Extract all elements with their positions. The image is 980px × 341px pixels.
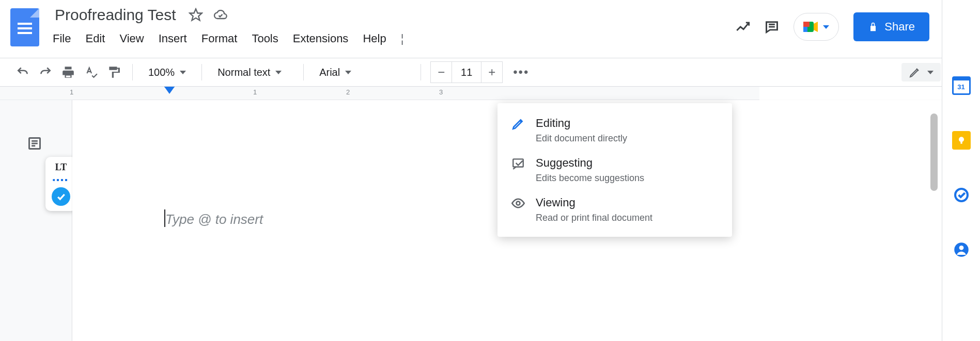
print-button[interactable] [59,63,77,82]
menu-extensions[interactable]: Extensions [293,32,349,45]
lt-logo-icon: LT [55,162,67,173]
side-panel: 31 [942,0,980,341]
share-label: Share [884,20,915,34]
tasks-icon[interactable] [952,186,971,204]
star-icon[interactable] [189,8,203,22]
toolbar-separator [303,64,304,80]
mode-option-viewing[interactable]: Viewing Read or print final document [497,190,732,230]
horizontal-ruler[interactable]: 1 1 2 3 [0,87,759,100]
caret-down-icon [345,71,351,74]
toolbar-separator [132,64,133,80]
editing-mode-menu: Editing Edit document directly Suggestin… [497,103,732,237]
svg-rect-14 [960,142,962,144]
calendar-icon[interactable]: 31 [952,76,971,95]
contacts-icon[interactable] [952,240,971,259]
svg-point-17 [959,246,963,250]
wave-icon [53,179,69,181]
menu-insert[interactable]: Insert [159,32,187,45]
cloud-saved-icon[interactable] [213,8,228,22]
mode-viewing-label: Viewing [536,196,652,209]
menu-file[interactable]: File [53,32,71,45]
keep-icon[interactable] [952,131,971,150]
workspace: LT Type @ to insert [0,100,980,341]
pencil-icon [511,117,525,131]
header-actions: Share A [736,12,970,41]
indent-marker-icon[interactable] [164,87,175,94]
check-circle-icon [52,187,70,206]
menu-overflow-icon[interactable]: ¦ [401,32,404,45]
font-size-control: − 11 + [430,61,503,83]
ruler-mark: 1 [253,88,257,96]
menu-bar: File Edit View Insert Format Tools Exten… [53,32,736,45]
font-family-select[interactable]: Arial [313,63,411,82]
mode-option-suggesting[interactable]: Suggesting Edits become suggestions [497,150,732,190]
insert-placeholder: Type @ to insert [165,212,263,228]
ruler-mark: 3 [439,88,443,96]
caret-down-icon [180,71,186,74]
comment-history-icon[interactable] [765,20,779,34]
redo-button[interactable] [36,63,55,82]
mode-editing-label: Editing [536,117,627,130]
font-size-increase[interactable]: + [481,62,502,83]
svg-rect-5 [803,27,807,32]
toolbar-separator [201,64,202,80]
activity-icon[interactable] [736,20,750,34]
caret-down-icon [823,25,829,29]
outline-toggle-icon[interactable] [26,136,44,152]
svg-marker-0 [190,9,201,20]
paint-format-button[interactable] [104,63,123,82]
title-block: Proofreading Test File Edit View Insert … [53,5,736,45]
style-value: Normal text [217,67,270,78]
share-button[interactable]: Share [853,12,929,41]
vertical-scrollbar[interactable] [930,113,938,191]
zoom-value: 100% [148,67,175,78]
font-size-decrease[interactable]: − [431,62,452,83]
editing-mode-button[interactable] [901,63,941,82]
caret-down-icon [275,71,282,74]
toolbar-more-button[interactable]: ••• [507,65,535,79]
suggest-icon [511,156,525,171]
font-size-value[interactable]: 11 [452,62,481,83]
menu-view[interactable]: View [119,32,144,45]
menu-help[interactable]: Help [363,32,386,45]
mode-editing-desc: Edit document directly [536,133,627,144]
menu-format[interactable]: Format [201,32,238,45]
toolbar-separator [421,64,421,80]
svg-point-13 [959,137,964,142]
meet-button[interactable] [794,13,839,41]
left-gutter: LT [0,100,72,341]
mode-suggesting-desc: Edits become suggestions [536,173,644,184]
menu-tools[interactable]: Tools [252,32,278,45]
mode-option-editing[interactable]: Editing Edit document directly [497,110,732,150]
svg-point-12 [517,202,520,205]
paragraph-style-select[interactable]: Normal text [211,63,294,82]
docs-logo-icon[interactable] [10,8,39,46]
undo-button[interactable] [13,63,32,82]
app-header: Proofreading Test File Edit View Insert … [0,0,980,58]
document-title[interactable]: Proofreading Test [53,5,178,25]
toolbar: 100% Normal text Arial − 11 + ••• [0,58,980,87]
font-value: Arial [319,67,340,78]
mode-suggesting-label: Suggesting [536,156,644,170]
eye-icon [511,196,525,210]
spellcheck-button[interactable] [82,63,100,82]
languagetool-badge[interactable]: LT [45,157,76,211]
svg-marker-6 [814,22,818,32]
menu-edit[interactable]: Edit [85,32,105,45]
mode-viewing-desc: Read or print final document [536,213,652,223]
ruler-mark: 2 [346,88,350,96]
zoom-select[interactable]: 100% [142,63,192,82]
svg-rect-4 [803,22,810,27]
ruler-mark: 1 [70,88,73,96]
caret-down-icon [927,71,934,74]
